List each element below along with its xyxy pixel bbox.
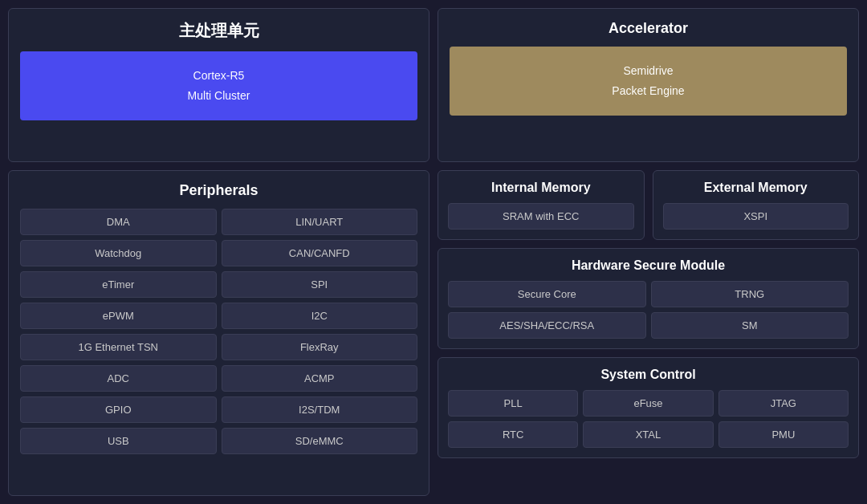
peripherals-grid: DMA LIN/UART Watchdog CAN/CANFD eTimer S…: [20, 209, 417, 454]
sysctrl-pll: PLL: [448, 390, 578, 417]
acc-box: Semidrive Packet Engine: [450, 47, 847, 116]
hsm-item-trng: TRNG: [651, 281, 849, 307]
peri-item-watchdog: Watchdog: [20, 240, 217, 266]
mem-item-xspi: XSPI: [663, 203, 849, 230]
memory-row: Internal Memory SRAM with ECC External M…: [438, 170, 859, 240]
main-container: 主处理单元 Cortex-R5 Multi Cluster Accelerato…: [8, 8, 859, 496]
accelerator-panel: Accelerator Semidrive Packet Engine: [438, 8, 859, 162]
peri-item-linuart: LIN/UART: [222, 209, 418, 235]
peri-item-i2stdm: I2S/TDM: [222, 396, 418, 423]
acc-line1: Semidrive: [464, 61, 832, 81]
internal-memory-title: Internal Memory: [448, 181, 634, 195]
sysctrl-grid-row2: RTC XTAL PMU: [448, 421, 849, 448]
sysctrl-rtc: RTC: [448, 421, 578, 448]
peri-item-cancanfd: CAN/CANFD: [222, 240, 418, 266]
peri-item-usb: USB: [20, 428, 217, 454]
hsm-item-sm: SM: [651, 312, 849, 339]
peripherals-title: Peripherals: [20, 182, 417, 199]
cpu-box: Cortex-R5 Multi Cluster: [20, 51, 417, 120]
peripherals-panel: Peripherals DMA LIN/UART Watchdog CAN/CA…: [8, 170, 429, 496]
external-memory-title: External Memory: [663, 181, 849, 195]
hsm-item-secure-core: Secure Core: [448, 281, 646, 307]
peri-item-flexray: FlexRay: [222, 334, 418, 360]
main-cpu-title: 主处理单元: [20, 20, 417, 42]
peri-item-gpio: GPIO: [20, 396, 217, 423]
peri-item-acmp: ACMP: [222, 365, 418, 392]
mem-item-sram: SRAM with ECC: [448, 203, 634, 230]
system-control-title: System Control: [448, 368, 849, 382]
sysctrl-jtag: JTAG: [718, 390, 849, 417]
peri-item-spi: SPI: [222, 271, 418, 298]
hsm-grid: Secure Core TRNG AES/SHA/ECC/RSA SM: [448, 281, 849, 339]
peri-item-etimer: eTimer: [20, 271, 217, 298]
system-control-panel: System Control PLL eFuse JTAG RTC XTAL P…: [438, 357, 859, 458]
hsm-item-aes: AES/SHA/ECC/RSA: [448, 312, 646, 339]
sysctrl-grid-row1: PLL eFuse JTAG: [448, 390, 849, 417]
cpu-line1: Cortex-R5: [35, 66, 403, 86]
internal-memory-panel: Internal Memory SRAM with ECC: [438, 170, 645, 240]
peri-item-i2c: I2C: [222, 303, 418, 329]
peri-item-adc: ADC: [20, 365, 217, 392]
sysctrl-pmu: PMU: [718, 421, 849, 448]
right-bottom-area: Internal Memory SRAM with ECC External M…: [438, 170, 859, 496]
hsm-panel: Hardware Secure Module Secure Core TRNG …: [438, 248, 859, 349]
cpu-line2: Multi Cluster: [35, 86, 403, 106]
sysctrl-efuse: eFuse: [583, 390, 713, 417]
peri-item-ethernet: 1G Ethernet TSN: [20, 334, 217, 360]
accelerator-title: Accelerator: [450, 20, 847, 37]
external-memory-panel: External Memory XSPI: [653, 170, 860, 240]
hsm-title: Hardware Secure Module: [448, 258, 849, 273]
main-cpu-panel: 主处理单元 Cortex-R5 Multi Cluster: [8, 8, 429, 162]
peri-item-dma: DMA: [20, 209, 217, 235]
peri-item-sdemmc: SD/eMMC: [222, 428, 418, 454]
sysctrl-xtal: XTAL: [583, 421, 713, 448]
peri-item-epwm: ePWM: [20, 303, 217, 329]
acc-line2: Packet Engine: [464, 81, 832, 101]
